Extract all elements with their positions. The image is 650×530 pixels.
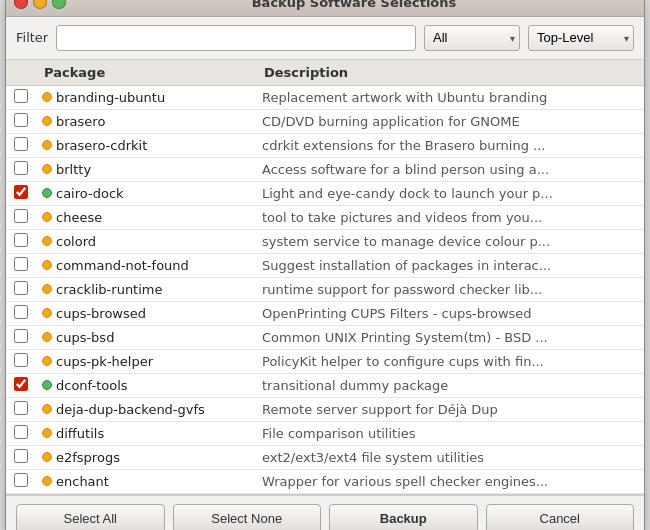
row-checkbox-16[interactable] <box>14 473 28 487</box>
table-row: branding-ubuntuReplacement artwork with … <box>6 85 644 109</box>
row-checkbox-11[interactable] <box>14 353 28 367</box>
table-row: cheesetool to take pictures and videos f… <box>6 205 644 229</box>
package-desc-5: tool to take pictures and videos from yo… <box>256 205 644 229</box>
row-checkbox-9[interactable] <box>14 305 28 319</box>
checkbox-header <box>6 60 36 86</box>
package-desc-2: cdrkit extensions for the Brasero burnin… <box>256 133 644 157</box>
table-row: brasero-cdrkitcdrkit extensions for the … <box>6 133 644 157</box>
table-row: cups-browsedOpenPrinting CUPS Filters - … <box>6 301 644 325</box>
titlebar: Backup Software Selections <box>6 0 644 17</box>
row-checkbox-14[interactable] <box>14 425 28 439</box>
package-name-4: cairo-dock <box>56 186 124 201</box>
filter-input[interactable] <box>56 25 416 51</box>
window-title: Backup Software Selections <box>72 0 636 10</box>
package-desc-10: Common UNIX Printing System(tm) - BSD ..… <box>256 325 644 349</box>
row-checkbox-1[interactable] <box>14 113 28 127</box>
table-row: diffutilsFile comparison utilities <box>6 421 644 445</box>
status-dot-1 <box>42 116 52 126</box>
main-window: Backup Software Selections Filter All Se… <box>5 0 645 530</box>
row-checkbox-3[interactable] <box>14 161 28 175</box>
status-dot-12 <box>42 380 52 390</box>
status-dot-6 <box>42 236 52 246</box>
package-desc-13: Remote server support for Déjà Dup <box>256 397 644 421</box>
row-checkbox-4[interactable] <box>14 185 28 199</box>
package-desc-9: OpenPrinting CUPS Filters - cups-browsed <box>256 301 644 325</box>
package-desc-12: transitional dummy package <box>256 373 644 397</box>
row-checkbox-13[interactable] <box>14 401 28 415</box>
maximize-button[interactable] <box>52 0 66 9</box>
cancel-button[interactable]: Cancel <box>486 504 635 531</box>
select-all-button[interactable]: Select All <box>16 504 165 531</box>
row-checkbox-0[interactable] <box>14 89 28 103</box>
package-desc-0: Replacement artwork with Ubuntu branding <box>256 85 644 109</box>
package-name-9: cups-browsed <box>56 306 146 321</box>
table-row: colordsystem service to manage device co… <box>6 229 644 253</box>
status-dot-15 <box>42 452 52 462</box>
package-desc-3: Access software for a blind person using… <box>256 157 644 181</box>
table-row: cups-bsdCommon UNIX Printing System(tm) … <box>6 325 644 349</box>
package-name-8: cracklib-runtime <box>56 282 163 297</box>
table-row: cups-pk-helperPolicyKit helper to config… <box>6 349 644 373</box>
select-none-button[interactable]: Select None <box>173 504 322 531</box>
package-name-11: cups-pk-helper <box>56 354 153 369</box>
package-name-3: brltty <box>56 162 91 177</box>
package-name-5: cheese <box>56 210 102 225</box>
table-row: e2fsprogsext2/ext3/ext4 file system util… <box>6 445 644 469</box>
backup-button[interactable]: Backup <box>329 504 478 531</box>
status-dot-4 <box>42 188 52 198</box>
level-dropdown[interactable]: Top-Level All Packages <box>528 25 634 51</box>
package-desc-11: PolicyKit helper to configure cups with … <box>256 349 644 373</box>
level-dropdown-wrapper: Top-Level All Packages <box>528 25 634 51</box>
table-row: braseroCD/DVD burning application for GN… <box>6 109 644 133</box>
row-checkbox-8[interactable] <box>14 281 28 295</box>
package-name-12: dconf-tools <box>56 378 128 393</box>
status-dot-11 <box>42 356 52 366</box>
minimize-button[interactable] <box>33 0 47 9</box>
row-checkbox-15[interactable] <box>14 449 28 463</box>
filter-toolbar: Filter All Selected Unselected Top-Level… <box>6 17 644 60</box>
all-dropdown[interactable]: All Selected Unselected <box>424 25 520 51</box>
package-table-container: Package Description branding-ubuntuRepla… <box>6 60 644 495</box>
package-name-7: command-not-found <box>56 258 189 273</box>
status-dot-16 <box>42 476 52 486</box>
package-desc-16: Wrapper for various spell checker engine… <box>256 469 644 493</box>
package-name-0: branding-ubuntu <box>56 90 165 105</box>
status-dot-10 <box>42 332 52 342</box>
package-name-16: enchant <box>56 474 109 489</box>
status-dot-8 <box>42 284 52 294</box>
package-header: Package <box>36 60 256 86</box>
package-desc-6: system service to manage device colour p… <box>256 229 644 253</box>
row-checkbox-2[interactable] <box>14 137 28 151</box>
status-dot-2 <box>42 140 52 150</box>
package-desc-15: ext2/ext3/ext4 file system utilities <box>256 445 644 469</box>
close-button[interactable] <box>14 0 28 9</box>
status-dot-13 <box>42 404 52 414</box>
row-checkbox-6[interactable] <box>14 233 28 247</box>
package-name-14: diffutils <box>56 426 104 441</box>
package-desc-14: File comparison utilities <box>256 421 644 445</box>
status-dot-7 <box>42 260 52 270</box>
footer: Select All Select None Backup Cancel <box>6 495 644 531</box>
status-dot-0 <box>42 92 52 102</box>
row-checkbox-5[interactable] <box>14 209 28 223</box>
table-row: deja-dup-backend-gvfsRemote server suppo… <box>6 397 644 421</box>
table-row: cracklib-runtimeruntime support for pass… <box>6 277 644 301</box>
row-checkbox-12[interactable] <box>14 377 28 391</box>
window-controls <box>14 0 66 9</box>
status-dot-5 <box>42 212 52 222</box>
row-checkbox-10[interactable] <box>14 329 28 343</box>
package-desc-4: Light and eye-candy dock to launch your … <box>256 181 644 205</box>
description-header: Description <box>256 60 644 86</box>
table-row: enchantWrapper for various spell checker… <box>6 469 644 493</box>
package-name-10: cups-bsd <box>56 330 114 345</box>
row-checkbox-7[interactable] <box>14 257 28 271</box>
package-name-13: deja-dup-backend-gvfs <box>56 402 205 417</box>
table-row: brlttyAccess software for a blind person… <box>6 157 644 181</box>
package-table: Package Description branding-ubuntuRepla… <box>6 60 644 494</box>
package-name-1: brasero <box>56 114 105 129</box>
table-row: cairo-dockLight and eye-candy dock to la… <box>6 181 644 205</box>
filter-label: Filter <box>16 30 48 45</box>
table-row: dconf-toolstransitional dummy package <box>6 373 644 397</box>
package-name-15: e2fsprogs <box>56 450 120 465</box>
status-dot-9 <box>42 308 52 318</box>
